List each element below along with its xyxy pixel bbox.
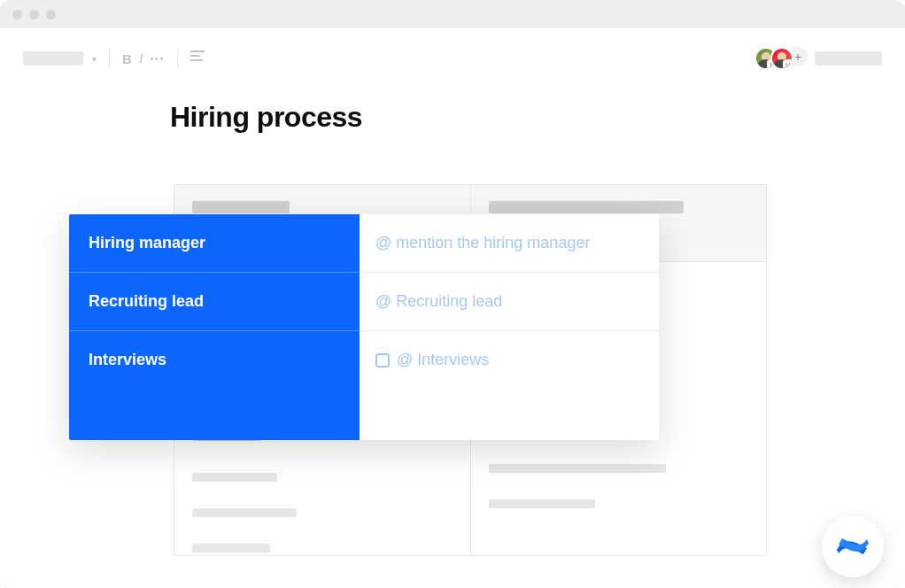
overlay-value-hiring-manager[interactable]: @ mention the hiring manager [360, 214, 659, 273]
checkbox-icon[interactable] [375, 353, 390, 368]
overlay-label-recruiting-lead: Recruiting lead [69, 273, 360, 331]
toolbar-divider [109, 50, 110, 67]
overlay-values-column: @ mention the hiring manager @ Recruitin… [360, 214, 659, 440]
overlay-table: Hiring manager Recruiting lead Interview… [69, 214, 659, 440]
collaborator-avatars: R M + [754, 47, 808, 70]
maximize-dot[interactable] [46, 10, 56, 19]
publish-button[interactable] [815, 51, 882, 66]
mention-placeholder: @ mention the hiring manager [375, 234, 590, 252]
app-body: ▾ B I ••• R M + [0, 28, 905, 588]
overlay-value-interviews[interactable]: @ Interviews [360, 331, 659, 440]
more-formatting-button[interactable]: ••• [151, 54, 166, 64]
italic-button[interactable]: I [139, 51, 143, 66]
overlay-label-hiring-manager: Hiring manager [69, 214, 360, 273]
style-dropdown[interactable] [23, 51, 83, 66]
toolbar-divider [177, 50, 178, 67]
toolbar-right: R M + [754, 47, 882, 70]
minimize-dot[interactable] [29, 10, 39, 19]
mention-placeholder: @ Recruiting lead [375, 292, 502, 311]
mention-placeholder: @ Interviews [397, 351, 489, 369]
window-titlebar [0, 0, 905, 28]
avatar[interactable]: M [770, 47, 793, 70]
chevron-down-icon: ▾ [92, 54, 97, 64]
bold-button[interactable]: B [122, 51, 132, 66]
overlay-value-recruiting-lead[interactable]: @ Recruiting lead [360, 273, 659, 331]
overlay-label-interviews: Interviews [69, 331, 360, 440]
editor-toolbar: ▾ B I ••• R M + [0, 46, 905, 71]
confluence-icon [835, 529, 870, 564]
overlay-labels-column: Hiring manager Recruiting lead Interview… [69, 214, 360, 440]
confluence-logo-badge[interactable] [822, 515, 884, 577]
close-dot[interactable] [12, 10, 22, 19]
app-window: ▾ B I ••• R M + [0, 0, 905, 588]
align-button[interactable] [190, 50, 205, 66]
page-title[interactable]: Hiring process [170, 101, 905, 134]
